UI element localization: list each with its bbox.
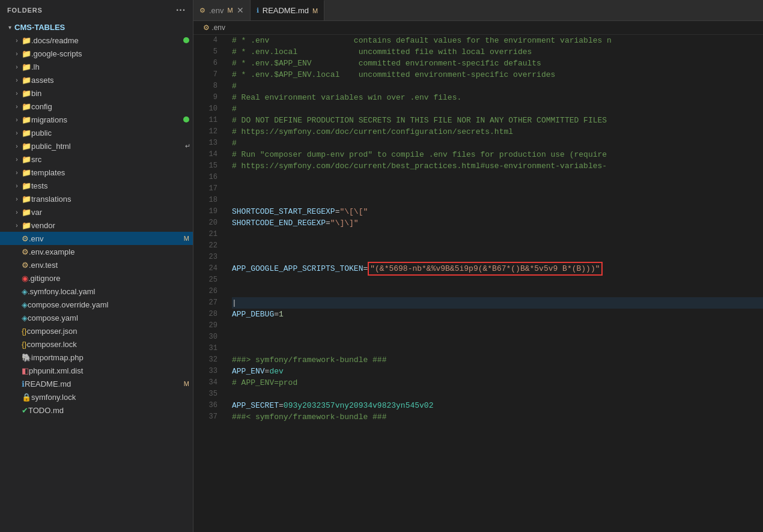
sidebar-item-google-scripts[interactable]: ›📁.google-scripts xyxy=(0,47,193,60)
code-line: # APP_ENV=prod xyxy=(232,377,763,388)
line-number: 33 xyxy=(198,366,217,377)
kv-value: 093y2032357vny20934v9823yn545v02 xyxy=(284,400,434,411)
chevron-bin: › xyxy=(12,90,22,97)
code-line xyxy=(232,274,763,286)
sidebar-item-composer-lock[interactable]: {}composer.lock xyxy=(0,337,193,351)
code-editor[interactable]: 4567891011121314151617181920212223242526… xyxy=(193,35,763,532)
line-number: 18 xyxy=(198,195,217,206)
filename-label: .env xyxy=(211,23,225,32)
line-number: 25 xyxy=(198,274,217,286)
label-env-example: .env.example xyxy=(29,247,193,256)
line-number: 11 xyxy=(198,115,217,126)
line-number: 24 xyxy=(198,263,217,274)
sidebar-item-importmap[interactable]: 🐘importmap.php xyxy=(0,351,193,364)
code-line: APP_DEBUG=1 xyxy=(232,309,763,320)
code-comment: # xyxy=(232,80,237,92)
sidebar-title: FOLDERS xyxy=(7,7,43,14)
sidebar-root-item[interactable]: CMS-TABLES xyxy=(0,20,193,34)
tab-env-close[interactable]: ✕ xyxy=(237,6,244,14)
folder-icon: 📁 xyxy=(22,128,31,138)
sidebar-item-config[interactable]: ›📁config xyxy=(0,100,193,113)
sidebar-item-todo[interactable]: ✔TODO.md xyxy=(0,404,193,417)
folder-icon: 📁 xyxy=(22,89,31,98)
sidebar-item-var[interactable]: ›📁var xyxy=(0,205,193,219)
code-comment: # * .env.$APP_ENV.local uncommitted envi… xyxy=(232,69,555,80)
code-line: # https://symfony.com/doc/current/config… xyxy=(232,126,763,138)
sidebar-item-compose-yaml[interactable]: ◈compose.yaml xyxy=(0,311,193,324)
sidebar-item-compose-override[interactable]: ◈compose.override.yaml xyxy=(0,298,193,311)
chevron-translations: › xyxy=(12,196,22,202)
tab-readme[interactable]: ℹ README.md M xyxy=(251,0,324,20)
label-lh: .lh xyxy=(31,62,193,71)
label-composer-json: composer.json xyxy=(27,327,193,336)
line-number: 4 xyxy=(198,35,217,46)
tab-env[interactable]: ⚙ .env M ✕ xyxy=(193,0,251,20)
sidebar-item-migrations[interactable]: ›📁migrations xyxy=(0,113,193,126)
file-icon: ◉ xyxy=(22,274,28,283)
code-line xyxy=(232,320,763,331)
sidebar-item-composer-json[interactable]: {}composer.json xyxy=(0,324,193,337)
sidebar-item-gitignore[interactable]: ◉.gitignore xyxy=(0,271,193,285)
label-symfony-lock: symfony.lock xyxy=(31,393,193,402)
sidebar-item-lh[interactable]: ›📁.lh xyxy=(0,60,193,73)
folder-icon: 📁 xyxy=(22,155,31,164)
sidebar-item-bin[interactable]: ›📁bin xyxy=(0,86,193,100)
sidebar-item-translations[interactable]: ›📁translations xyxy=(0,192,193,205)
folder-icon: 📁 xyxy=(22,221,31,230)
label-src: src xyxy=(31,155,193,164)
line-number: 36 xyxy=(198,400,217,411)
code-line: # https://symfony.com/doc/current/best_p… xyxy=(232,160,763,172)
label-gitignore: .gitignore xyxy=(28,274,193,283)
sidebar-item-readme[interactable]: ℹREADME.mdM xyxy=(0,377,193,390)
sidebar-item-public-html[interactable]: ›📁public_html↵ xyxy=(0,139,193,153)
sidebar-item-symfony-local[interactable]: ◈.symfony.local.yaml xyxy=(0,285,193,298)
sidebar-item-env[interactable]: ⚙.envM xyxy=(0,232,193,245)
sidebar-item-env-test[interactable]: ⚙.env.test xyxy=(0,258,193,271)
code-line: # * .env.$APP_ENV.local uncommitted envi… xyxy=(232,69,763,80)
folder-icon: 📁 xyxy=(22,195,31,204)
more-icon[interactable]: ··· xyxy=(176,5,186,16)
kv-equals: = xyxy=(265,366,270,377)
label-tests: tests xyxy=(31,181,193,190)
chevron-public: › xyxy=(12,130,22,136)
chevron-vendor: › xyxy=(12,222,22,229)
sidebar-tree: CMS-TABLES ›📁.docs/readme›📁.google-scrip… xyxy=(0,20,193,532)
sidebar-item-assets[interactable]: ›📁assets xyxy=(0,73,193,86)
sidebar-item-env-example[interactable]: ⚙.env.example xyxy=(0,245,193,258)
kv-key: APP_GOOGLE_APP_SCRIPTS_TOKEN xyxy=(232,263,363,274)
code-line: # * .env.$APP_ENV committed environment-… xyxy=(232,58,763,69)
kv-value: "\[\[" xyxy=(339,206,368,217)
code-comment: # xyxy=(232,103,237,115)
sidebar-item-docs-readme[interactable]: ›📁.docs/readme xyxy=(0,34,193,47)
code-line: # DO NOT DEFINE PRODUCTION SECRETS IN TH… xyxy=(232,115,763,126)
chevron-public-html: › xyxy=(12,143,22,150)
modified-readme: M xyxy=(184,380,189,387)
label-compose-yaml: compose.yaml xyxy=(28,313,193,322)
sidebar-item-tests[interactable]: ›📁tests xyxy=(0,179,193,192)
kv-equals: = xyxy=(363,263,368,274)
line-number: 15 xyxy=(198,160,217,172)
sidebar-item-symfony-lock[interactable]: 🔒symfony.lock xyxy=(0,390,193,404)
kv-value: "\]\]" xyxy=(330,217,359,229)
label-templates: templates xyxy=(31,168,193,177)
code-line xyxy=(232,172,763,183)
line-number: 35 xyxy=(198,388,217,400)
code-content[interactable]: # * .env contains default values for the… xyxy=(222,35,763,532)
sidebar-item-src[interactable]: ›📁src xyxy=(0,153,193,166)
label-public: public xyxy=(31,128,193,138)
code-line xyxy=(232,286,763,297)
tab-readme-modified: M xyxy=(312,7,318,14)
sidebar-item-public[interactable]: ›📁public xyxy=(0,126,193,139)
code-line xyxy=(232,331,763,343)
tab-bar: ⚙ .env M ✕ ℹ README.md M xyxy=(193,0,763,21)
folder-icon: 📁 xyxy=(22,62,31,71)
label-env: .env xyxy=(29,234,184,243)
line-number: 6 xyxy=(198,58,217,69)
file-icon: ⚙ xyxy=(22,261,29,270)
sidebar-item-vendor[interactable]: ›📁vendor xyxy=(0,219,193,232)
line-number: 37 xyxy=(198,411,217,423)
chevron-config: › xyxy=(12,103,22,110)
sidebar-item-templates[interactable]: ›📁templates xyxy=(0,166,193,179)
sidebar-item-phpunit[interactable]: ◧phpunit.xml.dist xyxy=(0,364,193,377)
folder-icon: 📁 xyxy=(22,142,31,151)
